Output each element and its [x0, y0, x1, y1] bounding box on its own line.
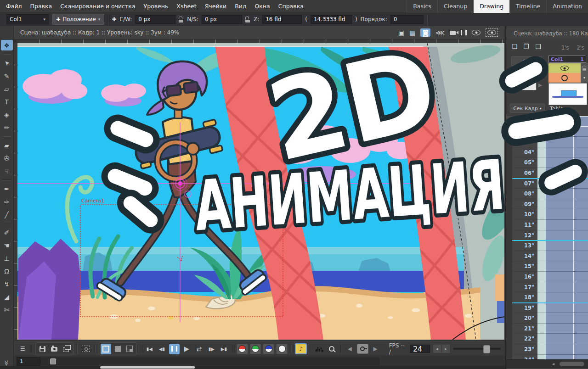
frame-row[interactable]: 14"	[506, 251, 588, 262]
xsheet-cell[interactable]	[546, 137, 588, 147]
3d-view-icon[interactable]: ⋘	[435, 29, 445, 36]
menu-item[interactable]: Вид	[231, 0, 250, 12]
fps-decrease-button[interactable]: ◂	[433, 344, 441, 353]
xsheet-cell[interactable]	[546, 189, 588, 199]
current-frame-field[interactable]: 1	[17, 357, 40, 366]
define-subcamera-button[interactable]	[81, 344, 91, 354]
menu-item[interactable]: Файл	[2, 0, 26, 12]
frame-row[interactable]: 06"	[506, 168, 588, 179]
fps-field[interactable]: 24	[410, 345, 430, 353]
magnet-tool[interactable]: Ω	[1, 266, 13, 276]
loop-button[interactable]: ⇄	[194, 344, 204, 354]
order-field[interactable]: 0	[390, 15, 424, 24]
tool-mode-dropdown[interactable]: ✚ Положение ▾	[52, 14, 104, 25]
camera-icon[interactable]	[450, 31, 456, 35]
previous-frame-button[interactable]: ◀▮	[157, 344, 167, 354]
menu-item[interactable]: Уровень	[140, 0, 173, 12]
z-alt-field[interactable]: 14.3333 fld	[311, 15, 352, 24]
column-render-toggle[interactable]	[548, 73, 581, 83]
vertical-ruler[interactable]	[14, 43, 17, 340]
last-frame-button[interactable]: ▶▮	[219, 344, 229, 354]
xsheet-scrollbar[interactable]: ◂	[506, 359, 588, 368]
stage[interactable]: Camera1	[17, 43, 504, 340]
camera-view-icon[interactable]: ◙	[420, 28, 430, 37]
frame-row[interactable]: 18"	[506, 292, 588, 303]
menu-item[interactable]: Ячейки	[201, 0, 231, 12]
frame-row[interactable]: 21"	[506, 324, 588, 334]
xsheet-cell[interactable]	[546, 303, 588, 313]
frame-row[interactable]: 02"	[506, 127, 588, 137]
compare-snapshot-button[interactable]	[61, 344, 72, 354]
next-frame-button[interactable]: ▮▶	[206, 344, 217, 354]
preview-eye-icon[interactable]	[472, 30, 481, 35]
next-key-button[interactable]: ▶	[370, 344, 381, 354]
safe-area-icon[interactable]: ▣	[398, 29, 404, 36]
style-picker-tool[interactable]: ✒	[1, 184, 13, 194]
xsheet-cell[interactable]	[546, 209, 588, 220]
frame-row[interactable]: 11"	[506, 220, 588, 230]
xsheet-cell[interactable]	[546, 157, 588, 168]
frame-row[interactable]: 07"	[506, 179, 588, 189]
new-level-icon[interactable]: ❐	[524, 43, 530, 50]
fps-slider[interactable]	[453, 348, 501, 350]
xsheet-cell[interactable]	[546, 324, 588, 334]
frame-row[interactable]: 22"	[506, 334, 588, 344]
xsheet-cell[interactable]	[546, 251, 588, 262]
column-selector-dropdown[interactable]: Col1 ▾	[6, 14, 49, 24]
frame-row[interactable]: 09"	[506, 199, 588, 210]
xsheet-menu-button[interactable]: ☰	[17, 344, 28, 354]
frame-row[interactable]: 23"	[506, 344, 588, 355]
xsheet-cell[interactable]	[546, 282, 588, 293]
add-cell-button[interactable]: +	[519, 81, 537, 90]
previous-key-button[interactable]: ◀	[345, 344, 355, 354]
green-channel-button[interactable]	[250, 344, 261, 354]
pump-tool[interactable]: ⊥	[1, 253, 13, 263]
xsheet-cell[interactable]	[546, 292, 588, 303]
menu-item[interactable]: Сканирование и очистка	[56, 0, 139, 12]
iron-tool[interactable]: ◢	[1, 291, 13, 302]
cutter-tool[interactable]: ✄	[1, 304, 13, 315]
xsheet-cell[interactable]	[546, 355, 588, 359]
xsheet-cell[interactable]	[546, 168, 588, 179]
horizontal-ruler[interactable]	[17, 39, 504, 43]
column-lock-toggle[interactable]	[581, 63, 588, 73]
frame-slider[interactable]	[40, 358, 379, 365]
set-key-button[interactable]	[357, 344, 368, 354]
horizontal-scrollbar[interactable]	[0, 366, 505, 369]
histogram-button[interactable]	[314, 344, 325, 354]
frame-row[interactable]: 12"	[506, 230, 588, 241]
frame-row[interactable]: 17"	[506, 282, 588, 293]
step-2s-button[interactable]: 2's	[577, 45, 584, 51]
xsheet-cell[interactable]	[546, 272, 588, 282]
rgb-picker-tool[interactable]: ✑	[1, 196, 13, 207]
locator-button[interactable]	[327, 344, 337, 354]
xsheet-cell[interactable]	[546, 334, 588, 344]
sound-button[interactable]: ♪	[295, 343, 307, 354]
eraser-tool[interactable]: ▰	[1, 140, 13, 151]
room-tab-animation[interactable]: Animation	[546, 0, 588, 13]
frame-row[interactable]: 20"	[506, 313, 588, 324]
scrollbar-thumb[interactable]	[560, 362, 584, 366]
first-frame-button[interactable]: ▮◀	[144, 344, 155, 354]
xsheet-cell[interactable]	[546, 199, 588, 210]
lock-icon[interactable]	[245, 17, 250, 22]
selection-tool[interactable]: ➤	[1, 58, 13, 68]
frame-row[interactable]: 03"	[506, 137, 588, 147]
control-point-editor-tool[interactable]: ✐	[1, 227, 13, 238]
xsheet-cell[interactable]	[546, 313, 588, 324]
frame-row[interactable]: 10"	[506, 209, 588, 220]
column-header[interactable]: Col1 1	[548, 56, 586, 63]
frame-slider-thumb[interactable]	[50, 358, 56, 364]
field-guide-icon[interactable]: ▦	[409, 29, 415, 36]
xsheet-cell[interactable]	[546, 179, 588, 189]
frame-row[interactable]: 24"	[506, 355, 588, 359]
xsheet-cell[interactable]	[546, 127, 588, 137]
more-tools-button[interactable]: ≫	[4, 360, 10, 366]
ns-field[interactable]: 0 px	[202, 15, 242, 24]
play-button[interactable]: ▶	[181, 344, 192, 354]
level-thumbnail[interactable]	[548, 83, 587, 105]
viewer-canvas[interactable]: Camera1	[14, 39, 504, 340]
save-all-button[interactable]	[37, 344, 48, 354]
prev-column-arrow[interactable]: ◀	[511, 82, 514, 88]
frame-row[interactable]: 04"	[506, 147, 588, 158]
